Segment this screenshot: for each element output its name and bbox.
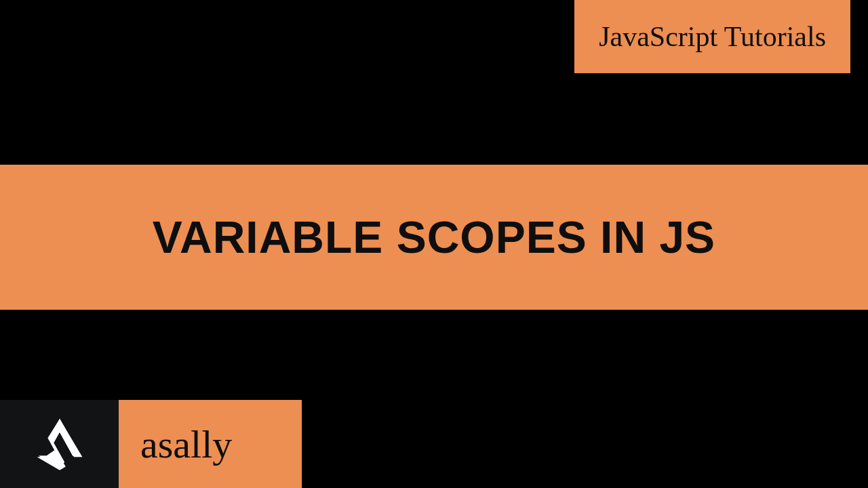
- page-title: VARIABLE SCOPES IN JS: [153, 211, 715, 263]
- brand-badge: asally: [119, 400, 302, 488]
- category-badge: JavaScript Tutorials: [574, 0, 850, 73]
- category-label: JavaScript Tutorials: [599, 21, 826, 52]
- title-bar: VARIABLE SCOPES IN JS: [0, 165, 868, 310]
- svg-marker-0: [37, 419, 82, 470]
- brand-name: asally: [140, 422, 232, 467]
- logo-container: [0, 400, 119, 488]
- footer: asally: [0, 400, 302, 488]
- brand-logo-icon: [30, 414, 90, 474]
